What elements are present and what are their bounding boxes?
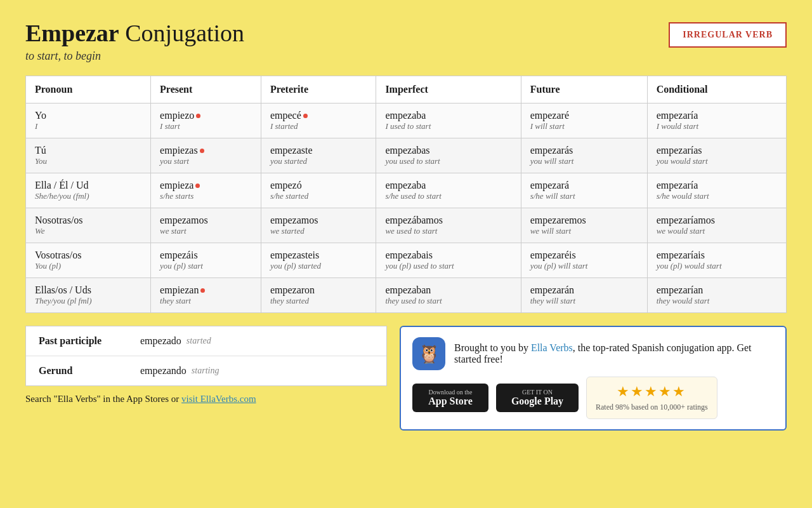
cell-present-row2: empiezas/he starts	[151, 173, 261, 208]
google-play-sub: GET IT ON	[522, 389, 553, 396]
present-main-row2: empieza	[160, 180, 252, 191]
past-participle-value: empezado	[140, 335, 181, 347]
preterite-main-row1: empezaste	[270, 145, 367, 156]
imperfect-sub-row3: we used to start	[385, 226, 511, 236]
imperfect-sub-row1: you used to start	[385, 156, 511, 166]
cell-present-row0: empiezoI start	[151, 104, 261, 138]
promo-top: 🦉 Brought to you by Ella Verbs, the top-…	[412, 337, 774, 370]
rating-text: Rated 98% based on 10,000+ ratings	[596, 403, 708, 412]
future-main-row5: empezarán	[530, 284, 638, 296]
rating-box: ★★★★★ Rated 98% based on 10,000+ ratings	[586, 377, 717, 419]
cell-future-row0: empezaréI will start	[521, 104, 647, 138]
cell-pronoun-row4: Vosotras/osYou (pl)	[26, 243, 151, 278]
present-sub-row0: I start	[160, 121, 252, 131]
conditional-main-row2: empezaría	[657, 180, 777, 191]
imperfect-sub-row0: I used to start	[385, 121, 511, 131]
cell-future-row5: empezaránthey will start	[521, 278, 647, 313]
irregular-verb-badge: IRREGULAR VERB	[669, 22, 787, 48]
col-header-conditional: Conditional	[647, 76, 786, 104]
google-play-main: Google Play	[511, 396, 563, 407]
conditional-main-row5: empezarían	[657, 284, 777, 296]
cell-present-row5: empiezanthey start	[151, 278, 261, 313]
preterite-main-row2: empezó	[270, 180, 367, 191]
future-sub-row3: we will start	[530, 226, 638, 236]
conditional-sub-row0: I would start	[657, 121, 777, 131]
gerund-translation: starting	[192, 366, 219, 376]
bottom-section: Past participle empezado started Gerund …	[25, 326, 787, 431]
pronoun-main-row2: Ella / Él / Ud	[35, 180, 141, 191]
preterite-sub-row0: I started	[270, 121, 367, 131]
pronoun-sub-row4: You (pl)	[35, 261, 141, 271]
cell-pronoun-row1: TúYou	[26, 138, 151, 173]
irregular-dot	[195, 184, 200, 188]
conditional-sub-row4: you (pl) would start	[657, 261, 777, 271]
cell-conditional-row2: empezarías/he would start	[647, 173, 786, 208]
cell-conditional-row5: empezaríanthey would start	[647, 278, 786, 313]
imperfect-main-row3: empezábamos	[385, 215, 511, 226]
col-header-present: Present	[151, 76, 261, 104]
conjugation-table: Pronoun Present Preterite Imperfect Futu…	[25, 76, 787, 313]
google-play-button[interactable]: GET IT ON Google Play	[496, 384, 579, 412]
title-block: Empezar Conjugation to start, to begin	[25, 19, 244, 63]
participle-box: Past participle empezado started Gerund …	[25, 326, 387, 386]
irregular-dot	[200, 288, 205, 293]
conditional-main-row0: empezaría	[657, 110, 777, 121]
search-text: Search "Ella Verbs" in the App Stores or…	[25, 394, 387, 404]
bottom-left: Past participle empezado started Gerund …	[25, 326, 387, 431]
ella-verbs-link[interactable]: visit EllaVerbs.com	[181, 394, 256, 404]
cell-preterite-row4: empezasteisyou (pl) started	[261, 243, 376, 278]
cell-preterite-row3: empezamoswe started	[261, 208, 376, 243]
imperfect-sub-row5: they used to start	[385, 296, 511, 306]
imperfect-main-row5: empezaban	[385, 284, 511, 296]
cell-present-row3: empezamoswe start	[151, 208, 261, 243]
col-header-preterite: Preterite	[261, 76, 376, 104]
cell-pronoun-row2: Ella / Él / UdShe/he/you (fml)	[26, 173, 151, 208]
col-header-pronoun: Pronoun	[26, 76, 151, 104]
pronoun-main-row3: Nosotras/os	[35, 215, 141, 226]
pronoun-sub-row1: You	[35, 156, 141, 166]
app-store-button[interactable]: Download on the App Store	[412, 384, 488, 412]
promo-description: Brought to you by Ella Verbs, the top-ra…	[454, 342, 774, 365]
present-main-row1: empiezas	[160, 145, 252, 156]
future-main-row3: empezaremos	[530, 215, 638, 226]
future-main-row4: empezaréis	[530, 250, 638, 261]
conditional-sub-row2: s/he would start	[657, 191, 777, 201]
cell-future-row2: empezarás/he will start	[521, 173, 647, 208]
cell-pronoun-row3: Nosotras/osWe	[26, 208, 151, 243]
present-sub-row1: you start	[160, 156, 252, 166]
imperfect-main-row1: empezabas	[385, 145, 511, 156]
future-sub-row1: you will start	[530, 156, 638, 166]
cell-imperfect-row2: empezabas/he used to start	[376, 173, 521, 208]
cell-conditional-row1: empezaríasyou would start	[647, 138, 786, 173]
gerund-label: Gerund	[39, 365, 140, 377]
preterite-sub-row4: you (pl) started	[270, 261, 367, 271]
conditional-sub-row3: we would start	[657, 226, 777, 236]
cell-conditional-row3: empezaríamoswe would start	[647, 208, 786, 243]
cell-present-row1: empiezasyou start	[151, 138, 261, 173]
conditional-sub-row5: they would start	[657, 296, 777, 306]
irregular-dot	[303, 114, 308, 118]
pronoun-main-row1: Tú	[35, 145, 141, 156]
page-header: Empezar Conjugation to start, to begin I…	[25, 19, 787, 63]
pronoun-main-row5: Ellas/os / Uds	[35, 284, 141, 296]
col-header-imperfect: Imperfect	[376, 76, 521, 104]
imperfect-main-row4: empezabais	[385, 250, 511, 261]
cell-pronoun-row5: Ellas/os / UdsThey/you (pl fml)	[26, 278, 151, 313]
future-sub-row0: I will start	[530, 121, 638, 131]
imperfect-main-row2: empezaba	[385, 180, 511, 191]
present-sub-row2: s/he starts	[160, 191, 252, 201]
future-main-row2: empezará	[530, 180, 638, 191]
cell-pronoun-row0: YoI	[26, 104, 151, 138]
cell-imperfect-row3: empezábamoswe used to start	[376, 208, 521, 243]
cell-imperfect-row5: empezabanthey used to start	[376, 278, 521, 313]
promo-brand-link[interactable]: Ella Verbs	[531, 342, 573, 353]
present-sub-row3: we start	[160, 226, 252, 236]
present-sub-row4: you (pl) start	[160, 261, 252, 271]
promo-buttons: Download on the App Store GET IT ON Goog…	[412, 377, 774, 419]
preterite-main-row3: empezamos	[270, 215, 367, 226]
page-title: Empezar Conjugation	[25, 19, 244, 47]
cell-conditional-row0: empezaríaI would start	[647, 104, 786, 138]
conditional-main-row4: empezaríais	[657, 250, 777, 261]
app-store-sub: Download on the	[429, 389, 473, 396]
irregular-dot	[200, 149, 204, 153]
